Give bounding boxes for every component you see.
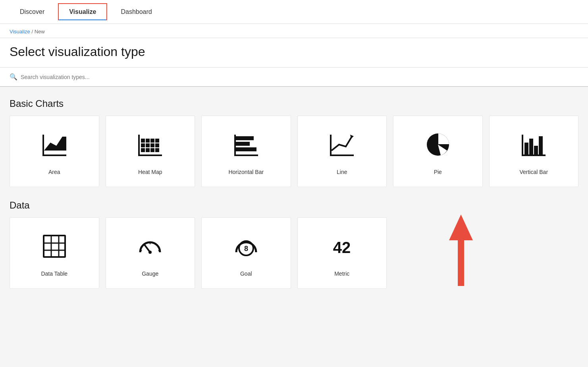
chart-label-pie: Pie — [434, 169, 442, 175]
svg-rect-22 — [330, 155, 354, 156]
svg-rect-28 — [522, 155, 546, 156]
svg-rect-34 — [44, 236, 65, 257]
chart-label-data-table: Data Table — [41, 270, 67, 277]
svg-rect-23 — [330, 135, 332, 156]
gauge-icon — [136, 232, 164, 264]
svg-rect-10 — [146, 143, 150, 147]
chart-label-metric: Metric — [334, 270, 349, 277]
search-icon: 🔍 — [10, 73, 17, 81]
svg-rect-9 — [141, 143, 145, 147]
svg-rect-17 — [234, 155, 258, 156]
search-area: 🔍 — [0, 68, 588, 87]
svg-rect-13 — [141, 139, 145, 143]
heatmap-icon — [136, 131, 164, 162]
breadcrumb-link-visualize[interactable]: Visualize — [10, 29, 30, 35]
svg-rect-11 — [150, 143, 154, 147]
svg-rect-33 — [539, 136, 543, 155]
page-title: Select visualization type — [10, 44, 578, 59]
basic-charts-label: Basic Charts — [10, 98, 578, 109]
data-section-grid: Data Table Gauge — [10, 217, 578, 289]
chart-label-heat-map: Heat Map — [138, 169, 162, 175]
svg-rect-4 — [138, 135, 140, 156]
page-header: Select visualization type — [0, 38, 588, 68]
basic-charts-grid: Area — [10, 116, 578, 187]
line-icon — [328, 131, 356, 162]
svg-rect-21 — [236, 147, 256, 151]
chart-card-gauge[interactable]: Gauge — [106, 217, 195, 289]
metric-icon: 42 — [328, 232, 356, 264]
svg-point-40 — [148, 251, 152, 254]
svg-rect-16 — [155, 139, 159, 143]
goal-icon: 8 — [232, 232, 260, 264]
nav-bar: Discover Visualize Dashboard — [0, 0, 588, 24]
chart-label-gauge: Gauge — [142, 270, 158, 277]
breadcrumb-current: New — [35, 29, 45, 35]
svg-rect-12 — [155, 143, 159, 147]
vertical-bar-icon — [520, 131, 548, 162]
svg-rect-0 — [42, 155, 66, 156]
chart-card-heat-map[interactable]: Heat Map — [106, 116, 195, 187]
svg-text:8: 8 — [244, 245, 248, 253]
svg-rect-8 — [155, 148, 159, 152]
svg-rect-6 — [146, 148, 150, 152]
chart-label-area: Area — [48, 169, 60, 175]
chart-label-line: Line — [337, 169, 347, 175]
breadcrumb-separator: / — [31, 29, 34, 35]
svg-rect-3 — [138, 155, 162, 156]
svg-rect-1 — [42, 135, 44, 156]
horizontal-bar-icon — [232, 131, 260, 162]
chart-label-goal: Goal — [240, 270, 252, 277]
svg-text:42: 42 — [333, 239, 351, 256]
svg-rect-14 — [146, 139, 150, 143]
svg-rect-7 — [150, 148, 154, 152]
area-icon — [40, 131, 68, 162]
tab-dashboard[interactable]: Dashboard — [109, 0, 164, 23]
svg-rect-15 — [150, 139, 154, 143]
svg-rect-18 — [234, 135, 236, 156]
chart-card-metric[interactable]: 42 Metric — [297, 217, 387, 289]
breadcrumb: Visualize / New — [10, 29, 578, 35]
search-input[interactable] — [21, 74, 140, 80]
pie-icon — [424, 131, 452, 162]
svg-rect-5 — [141, 148, 145, 152]
chart-label-horizontal-bar: Horizontal Bar — [228, 169, 264, 175]
chart-label-vertical-bar: Vertical Bar — [519, 169, 548, 175]
chart-card-pie[interactable]: Pie — [393, 116, 483, 187]
svg-rect-20 — [236, 142, 250, 146]
main-content: Basic Charts Area — [0, 87, 588, 300]
svg-rect-30 — [524, 143, 528, 155]
data-table-icon — [40, 232, 68, 264]
breadcrumb-area: Visualize / New — [0, 24, 588, 38]
svg-marker-2 — [44, 137, 66, 151]
tab-discover[interactable]: Discover — [8, 0, 56, 23]
chart-card-line[interactable]: Line — [297, 116, 387, 187]
svg-rect-19 — [236, 136, 254, 140]
svg-rect-32 — [534, 146, 538, 155]
tab-visualize[interactable]: Visualize — [58, 3, 107, 20]
svg-rect-29 — [522, 135, 523, 156]
chart-card-horizontal-bar[interactable]: Horizontal Bar — [201, 116, 291, 187]
chart-card-area[interactable]: Area — [10, 116, 99, 187]
chart-card-data-table[interactable]: Data Table — [10, 217, 99, 289]
chart-card-vertical-bar[interactable]: Vertical Bar — [489, 116, 579, 187]
chart-card-goal[interactable]: 8 Goal — [201, 217, 291, 289]
data-section-label: Data — [10, 200, 578, 211]
svg-rect-31 — [529, 139, 533, 155]
